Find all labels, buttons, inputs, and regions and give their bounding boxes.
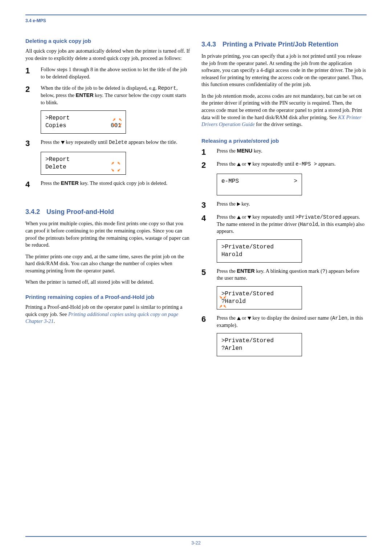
display-line: ?Harold — [221, 298, 297, 305]
text: Press the — [41, 180, 61, 186]
top-rule — [25, 15, 367, 15]
page-number: 3-22 — [0, 540, 392, 546]
key-enter: ENTER — [76, 92, 94, 98]
text: appears below the title. — [127, 139, 177, 145]
display-line: Delete — [45, 163, 121, 171]
display-line: Copies 001 — [45, 122, 121, 130]
text: . — [54, 318, 55, 324]
step-4-right: 4 Press the or key repeatedly until >Pri… — [201, 214, 367, 235]
heading-print-remaining: Printing remaining copies of a Proof-and… — [25, 294, 191, 300]
text: or — [241, 214, 248, 220]
text: key. A blinking question mark ( — [255, 268, 322, 274]
step-number: 1 — [25, 67, 35, 80]
display-private-qharold: >Private/Stored ?Harold — [217, 286, 302, 309]
up-arrow-icon — [237, 163, 241, 166]
text: Press the — [217, 161, 237, 167]
up-arrow-icon — [237, 317, 241, 320]
step-number: 2 — [201, 161, 211, 169]
text: Press the — [217, 268, 237, 274]
text: Press the — [217, 201, 237, 207]
step-3-left: 3 Press the key repeatedly until Delete … — [25, 139, 191, 147]
heading-text: Using Proof-and-Hold — [46, 208, 114, 216]
display-label: Copies — [45, 122, 66, 130]
text: When the title of the job to be deleted … — [41, 85, 158, 91]
text: key. — [240, 201, 250, 207]
text: for the driver settings. — [255, 121, 303, 127]
para-342c: When the printer is turned off, all stor… — [25, 279, 191, 286]
step-number: 3 — [25, 139, 35, 147]
step-5-right: 5 Press the ENTER key. A blinking questi… — [201, 268, 367, 282]
display-line: e-MPS > — [221, 178, 297, 185]
display-private-arlen: >Private/Stored ?Arlen — [217, 333, 302, 356]
step-text: Press the or key to display the desired … — [217, 315, 367, 329]
text: appears. — [317, 161, 336, 167]
display-value: > — [294, 178, 297, 185]
step-text: Press the key. — [217, 200, 367, 209]
display-line: ?Arlen — [221, 345, 297, 352]
text: key repeatedly until — [251, 161, 295, 167]
step-text: Press the ENTER key. The stored quick co… — [41, 180, 191, 189]
text-mono: e-MPS > — [295, 161, 317, 167]
key-menu: MENU — [237, 148, 253, 154]
step-2-left: 2 When the title of the job to be delete… — [25, 85, 191, 106]
step-text: Press the ENTER key. A blinking question… — [217, 268, 367, 282]
step-3-right: 3 Press the key. — [201, 200, 367, 209]
para-print-remain: Printing a Proof-and-Hold job on the ope… — [25, 304, 191, 325]
text-mono: >Private/Stored — [295, 214, 341, 220]
up-arrow-icon — [237, 216, 241, 219]
text: Press the — [41, 139, 61, 145]
bottom-rule — [25, 536, 367, 537]
heading-number: 3.4.2 — [25, 208, 40, 216]
display-line: >Private/Stored — [221, 337, 297, 345]
step-text: Press the MENU key. — [217, 147, 367, 156]
step-4-left: 4 Press the ENTER key. The stored quick … — [25, 180, 191, 189]
display-line: Harold — [221, 251, 297, 259]
para-342b: The printer prints one copy and, at the … — [25, 253, 191, 275]
step-number: 2 — [25, 85, 35, 106]
para-del-intro: All quick copy jobs are automatically de… — [25, 48, 191, 62]
step-number: 1 — [201, 148, 211, 156]
step-6-right: 6 Press the or key to display the desire… — [201, 315, 367, 329]
blink-indicator-icon — [110, 168, 122, 180]
heading-text: Printing a Private Print/Job Retention — [222, 41, 338, 48]
para-343a: In private printing, you can specify tha… — [201, 53, 367, 88]
text: Press the — [217, 214, 237, 220]
down-arrow-icon — [248, 216, 251, 219]
right-arrow-icon — [237, 202, 240, 206]
blink-indicator-icon — [219, 294, 228, 309]
text-mono: ? — [322, 268, 325, 274]
blink-indicator-icon — [111, 122, 123, 135]
text-mono: Delete — [109, 139, 127, 145]
step-text: Press the or key repeatedly until e-MPS … — [217, 161, 367, 169]
display-line: >Private/Stored — [221, 243, 297, 251]
text: key. — [252, 148, 262, 154]
text-mono: Report — [158, 85, 176, 91]
step-1-left: 1 Follow steps 1 through 8 in the above … — [25, 66, 191, 80]
text: key to display the desired user name ( — [251, 315, 332, 321]
down-arrow-icon — [61, 141, 65, 144]
step-number: 3 — [201, 201, 211, 209]
text-mono: Harold — [300, 222, 318, 227]
step-number: 4 — [25, 181, 35, 189]
key-enter: ENTER — [237, 268, 255, 274]
text: Press the — [217, 315, 237, 321]
key-enter: ENTER — [61, 180, 79, 186]
heading-number: 3.4.3 — [201, 41, 216, 48]
text: or — [241, 315, 248, 321]
step-number: 4 — [201, 214, 211, 235]
down-arrow-icon — [248, 317, 251, 320]
display-line: >Report — [45, 114, 121, 122]
step-text: When the title of the job to be deleted … — [41, 85, 191, 106]
display-private-harold: >Private/Stored Harold — [217, 239, 302, 263]
left-column: Deleting a quick copy job All quick copy… — [25, 38, 191, 361]
display-line: >Private/Stored — [221, 290, 297, 298]
heading-3-4-2: 3.4.2 Using Proof-and-Hold — [25, 208, 191, 216]
text: Press the — [217, 148, 237, 154]
step-text: Follow steps 1 through 8 in the above se… — [41, 66, 191, 80]
step-text: Press the key repeatedly until Delete ap… — [41, 139, 191, 147]
down-arrow-icon — [248, 163, 251, 166]
display-label: e-MPS — [221, 178, 239, 185]
step-1-right: 1 Press the MENU key. — [201, 147, 367, 156]
text: key repeatedly until — [65, 139, 109, 145]
text: key repeatedly until — [251, 214, 295, 220]
